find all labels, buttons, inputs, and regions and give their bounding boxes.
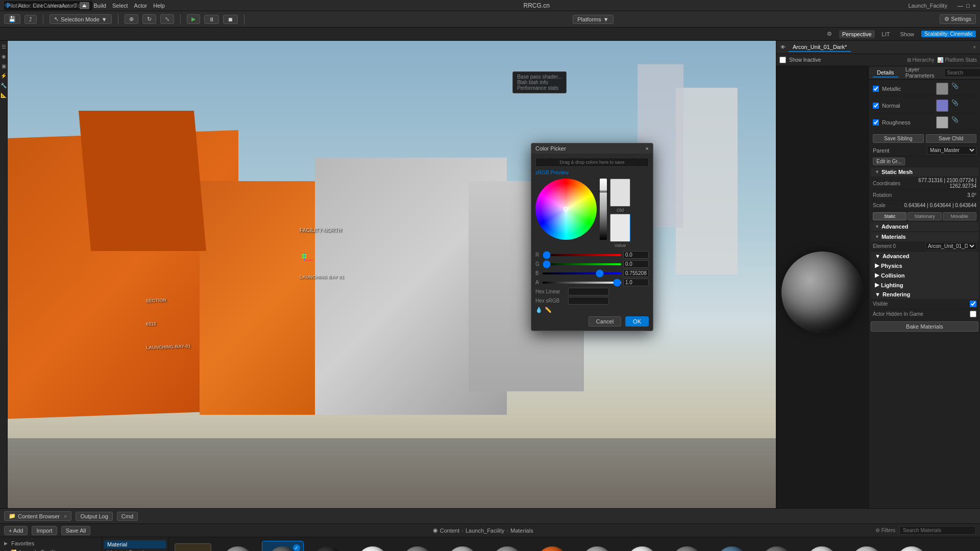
sidebar-icon-4[interactable]: ⚡ xyxy=(0,72,8,80)
source-control-btn[interactable]: ⤴ xyxy=(24,15,37,24)
platform-stats-btn[interactable]: 📊 Platform Stats xyxy=(937,57,977,63)
movable-btn[interactable]: Movable xyxy=(943,212,976,220)
static-mesh-header[interactable]: ▼ Static Mesh xyxy=(871,167,978,177)
color-picker-cancel-btn[interactable]: Cancel xyxy=(589,316,621,327)
filter-material-function[interactable]: Material Function xyxy=(104,548,166,551)
collision-header[interactable]: ▶ Collision xyxy=(871,270,978,280)
menu-help[interactable]: Help xyxy=(153,3,165,9)
materials-section-header[interactable]: ▼ Materials xyxy=(871,232,978,241)
tree-launch[interactable]: ▼ 📁 Launch_Facility xyxy=(0,547,102,551)
roughness-checkbox[interactable] xyxy=(873,119,879,126)
save-child-btn[interactable]: Save Child xyxy=(926,134,977,143)
filter-icon[interactable]: ⚙ Filters xyxy=(875,528,895,533)
selection-mode-btn[interactable]: ↖ Selection Mode ▼ xyxy=(50,14,112,24)
transform-gizmo[interactable] xyxy=(300,251,310,261)
cb-tab-close[interactable]: × xyxy=(64,513,67,519)
settings-btn[interactable]: ⚙ Settings xyxy=(940,14,976,24)
color-wheel[interactable] xyxy=(535,179,597,240)
edit-graph-btn[interactable]: Edit in Gr... xyxy=(873,158,905,165)
menu-build[interactable]: Build xyxy=(94,3,106,9)
sidebar-icon-2[interactable]: ◉ xyxy=(1,53,7,60)
tree-favorites[interactable]: ▶ Favorites xyxy=(0,539,102,547)
import-btn[interactable]: Import xyxy=(32,526,57,535)
b-input[interactable]: 0.755208 xyxy=(623,269,649,277)
advanced-header[interactable]: ▼ Advanced xyxy=(871,222,978,231)
color-wheel-container[interactable] xyxy=(535,179,597,240)
transform-btn[interactable]: ⊕ xyxy=(125,14,138,24)
asset-item-black-metal[interactable]: Black_MetalMaterial Instance xyxy=(307,541,348,551)
physics-header[interactable]: ▶ Physics xyxy=(871,261,978,270)
bake-materials-btn[interactable]: Bake Materials xyxy=(871,321,978,332)
content-browser-tab[interactable]: 📁 Content Browser × xyxy=(4,511,71,521)
save-all-btn[interactable]: Save All xyxy=(61,526,91,535)
eject-pilot-btn[interactable]: ⏏ xyxy=(80,2,89,9)
asset-item-blockout-white[interactable]: Blockout_WhiteMaterial Instance xyxy=(352,541,393,551)
asset-item-decals[interactable]: 📁Decals xyxy=(173,541,213,551)
sidebar-icon-6[interactable]: 📐 xyxy=(0,91,8,99)
scale-btn[interactable]: ⤡ xyxy=(160,14,174,24)
asset-item-sky-master[interactable]: Sky_MasterMaterial Instance xyxy=(756,541,797,551)
visible-checkbox[interactable] xyxy=(970,300,976,307)
b-slider[interactable] xyxy=(543,272,621,274)
eyedropper-icon[interactable]: 💧 xyxy=(535,307,543,313)
color-picker-close[interactable]: × xyxy=(646,145,649,152)
rendering-header[interactable]: ▼ Rendering xyxy=(871,290,978,299)
cmd-tab[interactable]: Cmd xyxy=(117,512,138,521)
output-log-tab[interactable]: Output Log xyxy=(76,512,112,521)
advanced2-header[interactable]: ▼ Advanced xyxy=(871,252,978,261)
metallic-swatch[interactable] xyxy=(936,83,948,95)
metallic-checkbox[interactable] xyxy=(873,86,879,92)
drag-drop-area[interactable]: Drag & drop colors here to save xyxy=(535,158,649,167)
menu-actor[interactable]: Actor xyxy=(134,3,148,9)
a-slider[interactable] xyxy=(543,282,621,284)
asset-item-raw-metal[interactable]: Raw_MetalMaterial Instance xyxy=(667,541,707,551)
asset-item-pipe-ridges[interactable]: Pipe_RidgesMaterial Instance xyxy=(577,541,618,551)
asset-item-snow-01[interactable]: Snow_01Material Instance xyxy=(891,541,932,551)
asset-item-plain-master[interactable]: Plain_MasterMaterial xyxy=(622,541,663,551)
minimize-btn[interactable]: — xyxy=(958,3,963,9)
cp-option-srgb[interactable]: sRGB Preview xyxy=(535,170,569,176)
color-picker-ok-btn[interactable]: OK xyxy=(625,316,649,327)
r-slider[interactable] xyxy=(543,254,621,256)
mat-close-btn[interactable]: × xyxy=(973,44,976,50)
maximize-btn[interactable]: □ xyxy=(966,3,970,9)
play-btn[interactable]: ▶ xyxy=(187,14,200,24)
lit-btn[interactable]: LIT xyxy=(879,30,893,38)
show-inactive-checkbox[interactable] xyxy=(779,57,786,63)
asset-item-main-master[interactable]: Main_MasterMaster xyxy=(487,541,528,551)
details-search[interactable] xyxy=(944,68,980,77)
normal-icon[interactable]: 📎 xyxy=(951,99,964,112)
roughness-icon[interactable]: 📎 xyxy=(951,116,964,129)
save-sibling-btn[interactable]: Save Sibling xyxy=(873,134,924,143)
sidebar-icon-3[interactable]: ▣ xyxy=(1,62,7,70)
asset-item-white-metal[interactable]: White_MetalMaterial Instance xyxy=(801,541,842,551)
value-bar[interactable] xyxy=(600,179,607,240)
asset-item-arcon-unit-01-dark[interactable]: ✓Arcon_Unit_01_DarkMaterial Instance xyxy=(262,541,303,551)
hierarchy-btn[interactable]: ⊞ Hierarchy xyxy=(907,57,935,63)
perspective-btn[interactable]: Perspective xyxy=(839,30,874,38)
metallic-icon[interactable]: 📎 xyxy=(951,83,964,95)
filter-material[interactable]: Material xyxy=(104,540,166,548)
sidebar-icon-1[interactable]: ☰ xyxy=(1,43,7,51)
a-input[interactable]: 1.0 xyxy=(623,279,649,286)
platforms-btn[interactable]: Platforms ▼ xyxy=(573,15,613,24)
show-btn[interactable]: Show xyxy=(897,30,917,38)
eject-btn[interactable]: ⏹ xyxy=(223,15,238,24)
stop-btn[interactable]: ⏸ xyxy=(204,15,219,24)
menu-select[interactable]: Select xyxy=(112,3,128,9)
sidebar-icon-5[interactable]: 🔧 xyxy=(0,82,8,89)
asset-item-white-rubber[interactable]: White_RubberMaterial Instance xyxy=(846,541,887,551)
viewport[interactable]: SECTION 6312 LAUNCHING-BAY-01 FACILITY·N… xyxy=(8,41,776,508)
normal-checkbox[interactable] xyxy=(873,103,879,109)
asset-item-gray-metal-snow[interactable]: Gray_Metal_SnowMaterial Instance xyxy=(442,541,483,551)
details-tab[interactable]: Details xyxy=(873,68,898,78)
breadcrumb-content[interactable]: Content xyxy=(440,528,460,534)
mat-tab-active[interactable]: Arcon_Unit_01_Dark* xyxy=(789,43,851,52)
hex-srgb-input[interactable]: E1E1E1FF xyxy=(568,297,609,305)
asset-item-sky[interactable]: SkyMaterial Instance xyxy=(712,541,752,551)
lighting-header[interactable]: ▶ Lighting xyxy=(871,280,978,290)
actor-hidden-checkbox[interactable] xyxy=(970,311,976,317)
rotate-btn[interactable]: ↻ xyxy=(142,14,156,24)
close-btn[interactable]: × xyxy=(973,3,976,9)
asset-item-arcon-unit-01[interactable]: Arcon_Unit_01Material Instance xyxy=(217,541,258,551)
